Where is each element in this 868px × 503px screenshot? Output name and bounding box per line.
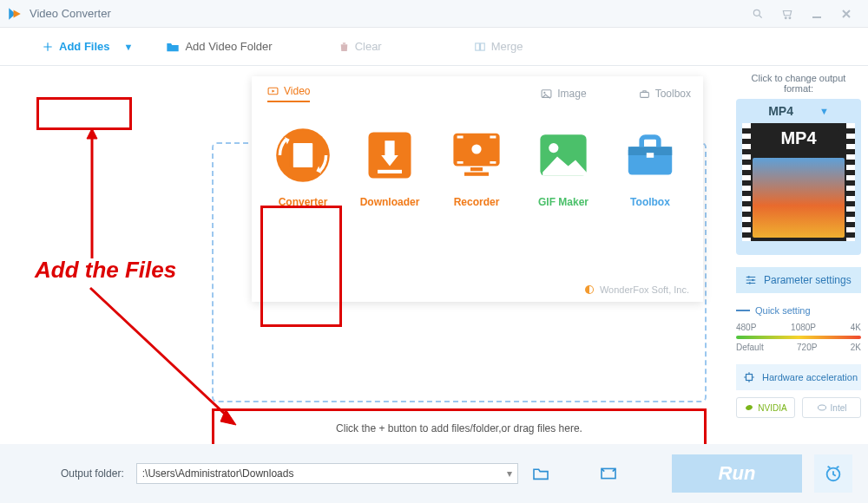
run-button[interactable]: Run	[672, 454, 802, 493]
toolbar: Add Files ▼ Add Video Folder Clear Merge	[0, 28, 868, 66]
svg-point-33	[818, 405, 825, 410]
svg-rect-9	[640, 92, 648, 97]
svg-rect-5	[480, 42, 484, 49]
chip-icon	[743, 371, 755, 383]
search-icon[interactable]	[743, 0, 773, 28]
download-icon	[359, 125, 420, 186]
vendor-icon	[584, 284, 595, 295]
format-selected: MP4	[768, 104, 793, 118]
output-folder-path: :\Users\Administrator\Downloads	[142, 467, 294, 480]
svg-point-30	[752, 279, 753, 281]
svg-rect-20	[464, 173, 489, 176]
minimize-icon[interactable]	[802, 0, 832, 28]
recorder-icon	[446, 125, 507, 186]
svg-rect-32	[746, 375, 753, 381]
svg-point-22	[549, 143, 558, 153]
vendor-nvidia[interactable]: NVIDIA	[736, 397, 795, 418]
quality-slider[interactable]	[736, 336, 861, 339]
trash-icon	[339, 41, 350, 53]
svg-rect-16	[378, 170, 402, 173]
annotation-arrow-down	[87, 284, 243, 432]
app-logo-icon	[7, 6, 23, 22]
clear-button[interactable]: Clear	[332, 36, 389, 56]
annotation-box-hint	[212, 408, 707, 448]
toolbox-icon	[620, 125, 681, 186]
format-hint: Click to change output format:	[736, 73, 861, 94]
plus-icon	[42, 41, 54, 53]
svg-point-8	[544, 92, 546, 94]
hardware-accel-button[interactable]: Hardware acceleration	[736, 364, 861, 390]
svg-point-1	[785, 16, 786, 18]
image-icon	[541, 88, 552, 99]
titlebar: Video Converter	[0, 0, 868, 28]
tab-video[interactable]: Video	[267, 85, 310, 102]
app-title: Video Converter	[30, 7, 743, 20]
annotation-text: Add the Files	[35, 257, 176, 284]
main-area: Click the + button to add files/folder,o…	[0, 66, 729, 444]
format-thumb: MP4	[742, 123, 855, 241]
open-folder-button[interactable]	[530, 463, 551, 484]
cart-icon[interactable]	[773, 0, 802, 28]
merge-button[interactable]: Merge	[467, 36, 530, 56]
svg-point-29	[748, 276, 750, 278]
add-files-dropdown[interactable]: ▼	[124, 42, 134, 52]
svg-rect-25	[647, 153, 654, 158]
tab-image[interactable]: Image	[541, 85, 586, 102]
svg-rect-15	[385, 140, 394, 156]
output-folder-input[interactable]: :\Users\Administrator\Downloads ▾	[136, 463, 518, 484]
add-files-button[interactable]: Add Files	[35, 36, 117, 56]
svg-point-31	[749, 282, 751, 284]
tile-gif-maker[interactable]: GIF Maker	[526, 121, 601, 208]
chevron-down-icon: ▼	[819, 106, 829, 116]
svg-line-28	[90, 288, 229, 418]
converter-icon	[273, 125, 333, 186]
close-icon[interactable]	[832, 0, 861, 28]
output-folder-label: Output folder:	[61, 467, 124, 480]
quick-setting: Quick setting 480P 1080P 4K Default 720P…	[736, 305, 861, 352]
svg-rect-19	[470, 167, 483, 171]
output-video-button[interactable]	[598, 463, 619, 484]
toolbox-tab-icon	[639, 88, 650, 99]
video-icon	[267, 86, 279, 96]
vendor-intel[interactable]: Intel	[802, 397, 861, 418]
parameter-settings-button[interactable]: Parameter settings	[736, 267, 861, 293]
nvidia-icon	[744, 402, 754, 413]
bottom-bar: Output folder: :\Users\Administrator\Dow…	[0, 444, 868, 503]
format-badge: MP4	[758, 128, 839, 154]
add-folder-label: Add Video Folder	[185, 40, 272, 53]
merge-icon	[474, 41, 486, 53]
svg-rect-11	[292, 143, 313, 167]
gif-icon	[533, 125, 594, 186]
intel-icon	[817, 402, 827, 413]
clear-label: Clear	[355, 40, 382, 53]
folder-icon	[166, 41, 180, 53]
annotation-arrow-up	[83, 128, 101, 258]
output-folder-dropdown[interactable]: ▾	[507, 467, 512, 480]
add-folder-button[interactable]: Add Video Folder	[159, 36, 279, 56]
annotation-box-addfiles	[36, 97, 132, 130]
tile-recorder[interactable]: Recorder	[439, 121, 514, 208]
add-files-label: Add Files	[59, 40, 110, 53]
sidebar: Click to change output format: MP4 ▼ MP4…	[729, 66, 868, 444]
tile-toolbox[interactable]: Toolbox	[613, 121, 687, 208]
tile-converter[interactable]: Converter	[266, 121, 340, 208]
svg-rect-12	[290, 143, 293, 167]
svg-point-0	[753, 10, 760, 16]
merge-label: Merge	[491, 40, 523, 53]
panel-footer: WonderFox Soft, Inc.	[584, 284, 689, 295]
alarm-button[interactable]	[814, 454, 852, 493]
svg-point-2	[789, 16, 791, 18]
svg-rect-13	[312, 143, 316, 167]
annotation-box-converter	[260, 206, 342, 327]
sliders-icon	[745, 275, 757, 285]
tab-toolbox[interactable]: Toolbox	[639, 85, 691, 102]
tile-downloader[interactable]: Downloader	[352, 121, 427, 208]
output-format-button[interactable]: MP4 ▼ MP4	[736, 99, 861, 255]
svg-point-18	[471, 144, 481, 154]
svg-rect-4	[475, 42, 479, 49]
